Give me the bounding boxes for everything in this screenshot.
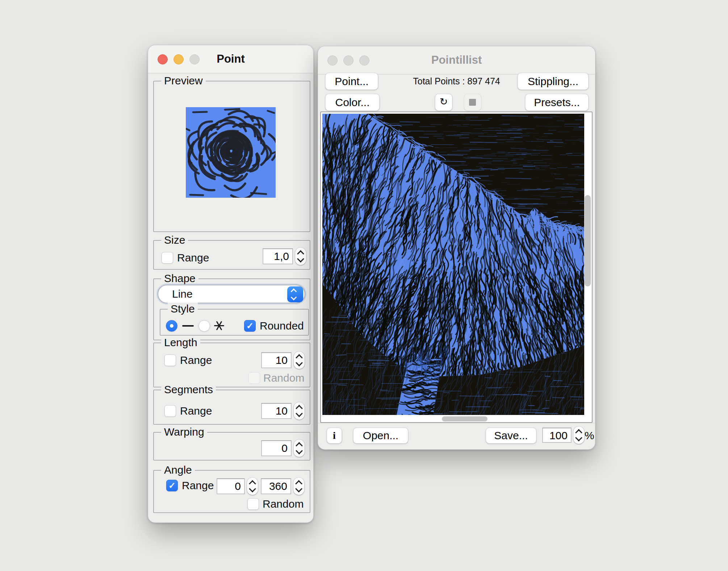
length-random-checkbox bbox=[248, 372, 260, 384]
point-preview-canvas bbox=[186, 107, 276, 198]
segments-value-field[interactable]: 10 bbox=[261, 403, 292, 419]
popup-chevrons-icon bbox=[287, 286, 303, 302]
minimize-button-icon[interactable] bbox=[173, 54, 184, 64]
refresh-icon: ↻ bbox=[440, 96, 448, 107]
minimize-button-icon[interactable] bbox=[343, 55, 353, 66]
point-window: Point Preview Size Range 1,0 Shape Line … bbox=[148, 45, 314, 523]
style-star-radio[interactable] bbox=[198, 320, 210, 332]
size-range-checkbox[interactable] bbox=[162, 252, 173, 264]
angle-to-stepper[interactable] bbox=[293, 478, 304, 495]
zoom-value-field[interactable]: 100 bbox=[542, 428, 572, 443]
angle-random-checkbox[interactable] bbox=[247, 498, 259, 510]
angle-group-title: Angle bbox=[161, 464, 195, 476]
pointillist-window: Pointillist Point... Total Points : 897 … bbox=[318, 46, 595, 450]
segments-group-title: Segments bbox=[161, 383, 216, 396]
rounded-checkbox[interactable]: ✓ bbox=[244, 320, 256, 332]
length-stepper[interactable] bbox=[294, 352, 305, 369]
shape-group-title: Shape bbox=[161, 272, 198, 285]
stop-icon bbox=[469, 99, 476, 106]
stippling-button[interactable]: Stippling... bbox=[518, 73, 589, 90]
length-range-checkbox[interactable] bbox=[164, 354, 176, 366]
presets-button[interactable]: Presets... bbox=[525, 94, 589, 111]
art-canvas[interactable] bbox=[322, 114, 584, 415]
bottombar-divider bbox=[318, 423, 595, 423]
preview-group-title: Preview bbox=[161, 75, 206, 87]
desktop: { "point_window": { "title": "Point", "g… bbox=[0, 0, 728, 571]
warping-group-title: Warping bbox=[161, 426, 207, 438]
angle-range-checkbox[interactable]: ✓ bbox=[166, 480, 178, 491]
zoom-button-icon bbox=[189, 54, 200, 64]
length-random-label: Random bbox=[263, 372, 304, 384]
info-button[interactable]: i bbox=[327, 428, 342, 444]
angle-range-label: Range bbox=[182, 479, 214, 492]
size-range-label: Range bbox=[177, 252, 209, 264]
close-button-icon[interactable] bbox=[158, 54, 168, 64]
warping-value-field[interactable]: 0 bbox=[261, 440, 292, 456]
zoom-stepper[interactable] bbox=[573, 427, 584, 444]
line-style-dash-icon bbox=[182, 325, 194, 327]
style-group-title: Style bbox=[168, 303, 198, 315]
style-line-radio[interactable] bbox=[166, 320, 177, 332]
warping-stepper[interactable] bbox=[294, 440, 305, 457]
rounded-label: Rounded bbox=[260, 320, 304, 332]
length-group-title: Length bbox=[161, 336, 200, 349]
info-icon: i bbox=[333, 430, 336, 441]
color-button[interactable]: Color... bbox=[325, 94, 380, 111]
shape-selected-value: Line bbox=[172, 285, 193, 303]
angle-to-field[interactable]: 360 bbox=[261, 478, 291, 494]
close-button-icon[interactable] bbox=[327, 55, 338, 66]
stop-button bbox=[464, 94, 481, 111]
size-stepper[interactable] bbox=[295, 248, 306, 265]
shape-select[interactable]: Line bbox=[158, 285, 305, 303]
stepper-down-icon[interactable] bbox=[297, 255, 304, 263]
percent-label: % bbox=[585, 429, 594, 442]
vertical-scrollbar-thumb[interactable] bbox=[585, 195, 591, 286]
zoom-button-icon[interactable] bbox=[359, 55, 369, 66]
segments-stepper[interactable] bbox=[294, 402, 305, 420]
angle-from-stepper[interactable] bbox=[247, 478, 258, 495]
open-button[interactable]: Open... bbox=[353, 428, 408, 444]
angle-random-label: Random bbox=[263, 498, 304, 510]
length-value-field[interactable]: 10 bbox=[261, 352, 292, 368]
canvas-scrollpane bbox=[320, 112, 593, 423]
star-style-asterisk-icon bbox=[214, 320, 224, 331]
length-range-label: Range bbox=[180, 354, 212, 366]
size-value-field[interactable]: 1,0 bbox=[263, 248, 293, 264]
angle-from-field[interactable]: 0 bbox=[217, 478, 245, 494]
size-group-title: Size bbox=[161, 234, 188, 246]
refresh-button[interactable]: ↻ bbox=[435, 94, 452, 111]
save-button[interactable]: Save... bbox=[486, 428, 536, 444]
segments-range-checkbox[interactable] bbox=[164, 405, 176, 417]
segments-range-label: Range bbox=[180, 405, 212, 417]
horizontal-scrollbar-thumb[interactable] bbox=[442, 416, 488, 421]
